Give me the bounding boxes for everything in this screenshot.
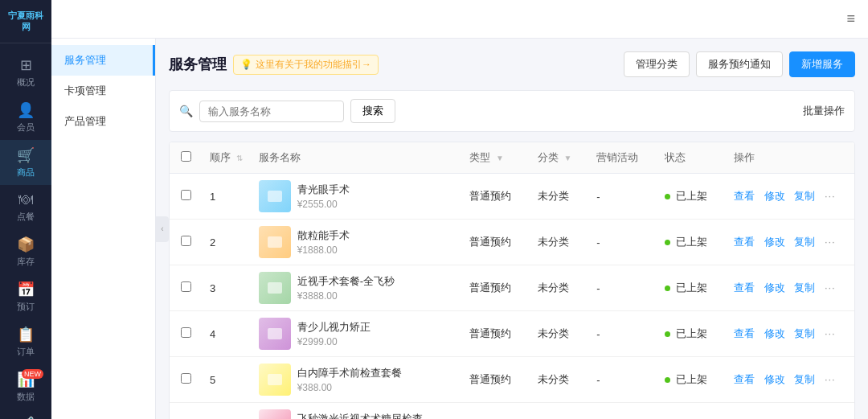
table-header-row: 顺序 ⇅ 服务名称 类型 ▼ 分类 ▼ xyxy=(170,142,854,174)
copy-link[interactable]: 复制 xyxy=(794,373,815,385)
copy-link[interactable]: 复制 xyxy=(794,190,815,202)
view-link[interactable]: 查看 xyxy=(734,236,755,248)
main-layout: 服务管理 卡项管理 产品管理 ‹ 服务管理 💡 这里有关于我的功能描引→ 管理分… xyxy=(51,39,868,419)
sidebar-item-label: 预订 xyxy=(17,301,35,313)
edit-link[interactable]: 修改 xyxy=(764,327,785,339)
row-checkbox[interactable] xyxy=(181,373,191,384)
sidebar-item-members[interactable]: 👤 会员 xyxy=(0,95,51,140)
service-thumbnail xyxy=(259,272,291,304)
collapse-sidebar-button[interactable]: ‹ xyxy=(156,216,169,242)
service-notify-button[interactable]: 服务预约通知 xyxy=(696,51,783,77)
goods-icon: 🛒 xyxy=(17,146,35,164)
sidebar-item-warehouse[interactable]: 📦 库存 xyxy=(0,229,51,274)
row-checkbox-cell xyxy=(170,174,202,220)
sidebar-item-overview[interactable]: ⊞ 概况 xyxy=(0,50,51,95)
edit-link[interactable]: 修改 xyxy=(764,190,785,202)
row-checkbox[interactable] xyxy=(181,281,191,292)
copy-link[interactable]: 复制 xyxy=(794,281,815,294)
row-actions: 查看 修改 复制 ··· xyxy=(726,311,854,357)
svg-rect-0 xyxy=(268,191,282,202)
table-row: 5 白内障手术前检查套餐 ¥388.00 普通预约 未分类 - 已上架 查看 xyxy=(170,357,854,403)
sidebar-item-diner[interactable]: 🍽 点餐 xyxy=(0,185,51,229)
header-actions: 操作 xyxy=(726,142,854,174)
table-row: 1 青光眼手术 ¥2555.00 普通预约 未分类 - 已上架 查看 xyxy=(170,174,854,220)
svg-rect-1 xyxy=(268,236,282,248)
service-info: 近视手术套餐-全飞秒 ¥3888.00 xyxy=(297,274,395,302)
cat-filter-icon[interactable]: ▼ xyxy=(563,154,571,162)
row-actions: 查看 修改 复制 ··· xyxy=(726,403,854,420)
row-checkbox[interactable] xyxy=(181,190,191,200)
row-type: 普通预约 xyxy=(461,311,529,357)
orders-icon: 📋 xyxy=(17,326,35,343)
view-link[interactable]: 查看 xyxy=(734,190,755,202)
row-type: 普通预约 xyxy=(461,265,529,311)
row-order: 5 xyxy=(202,357,251,403)
edit-link[interactable]: 修改 xyxy=(764,236,785,248)
sidebar-item-orders[interactable]: 📋 订单 xyxy=(0,319,51,364)
row-type: 普通预约 xyxy=(461,220,529,265)
sub-sidebar-item-card[interactable]: 卡项管理 xyxy=(51,76,155,106)
topbar: ≡ xyxy=(51,0,868,39)
header-status: 状态 xyxy=(657,142,726,174)
sidebar-item-goods[interactable]: 🛒 商品 xyxy=(0,140,51,185)
search-input[interactable] xyxy=(199,101,344,122)
page-hint[interactable]: 💡 这里有关于我的功能描引→ xyxy=(233,55,379,75)
row-actions: 查看 修改 复制 ··· xyxy=(726,174,854,220)
table-row: 4 青少儿视力矫正 ¥2999.00 普通预约 未分类 - 已上架 查看 xyxy=(170,311,854,357)
batch-op-button[interactable]: 批量操作 xyxy=(803,104,845,118)
more-actions[interactable]: ··· xyxy=(825,190,836,202)
warehouse-icon: 📦 xyxy=(17,236,35,253)
view-link[interactable]: 查看 xyxy=(734,327,755,339)
edit-link[interactable]: 修改 xyxy=(764,373,785,385)
overview-icon: ⊞ xyxy=(20,56,32,74)
diner-icon: 🍽 xyxy=(18,191,33,208)
manage-category-button[interactable]: 管理分类 xyxy=(624,51,690,77)
row-promo: - xyxy=(588,403,656,420)
status-dot xyxy=(665,377,670,383)
select-all-checkbox[interactable] xyxy=(181,151,191,162)
row-checkbox-cell xyxy=(170,403,202,420)
app-logo: 宁夏雨科网 xyxy=(0,0,51,43)
row-status: 已上架 xyxy=(657,403,726,420)
hamburger-icon[interactable]: ≡ xyxy=(846,10,855,27)
row-promo: - xyxy=(588,220,656,265)
row-checkbox[interactable] xyxy=(181,236,191,246)
row-order: 2 xyxy=(202,220,251,265)
view-link[interactable]: 查看 xyxy=(734,281,755,294)
edit-link[interactable]: 修改 xyxy=(764,281,785,294)
copy-link[interactable]: 复制 xyxy=(794,327,815,339)
row-order: 4 xyxy=(202,311,251,357)
sidebar-item-data[interactable]: NEW 📊 数据 xyxy=(0,364,51,409)
more-actions[interactable]: ··· xyxy=(825,236,836,248)
sub-sidebar-item-service[interactable]: 服务管理 xyxy=(51,45,155,76)
add-service-button[interactable]: 新增服务 xyxy=(789,51,855,77)
service-name: 散粒能手术 xyxy=(297,228,350,243)
row-name: 飞秒激光近视术术糖尿检查 ¥4688.00 xyxy=(251,403,462,420)
copy-link[interactable]: 复制 xyxy=(794,236,815,248)
service-name: 青光眼手术 xyxy=(297,183,350,197)
service-price: ¥3888.00 xyxy=(297,290,395,302)
table-row: 6 飞秒激光近视术术糖尿检查 ¥4688.00 普通预约 未分类 - 已上架 xyxy=(170,403,854,420)
sidebar-item-label: 会员 xyxy=(17,121,35,134)
sidebar-item-reservations[interactable]: 📅 预订 xyxy=(0,274,51,319)
row-status: 已上架 xyxy=(657,357,726,403)
sidebar-item-marketing[interactable]: 📢 营销 xyxy=(0,409,51,419)
view-link[interactable]: 查看 xyxy=(734,373,755,385)
service-name: 近视手术套餐-全飞秒 xyxy=(297,274,395,289)
row-checkbox[interactable] xyxy=(181,327,191,338)
service-name: 青少儿视力矫正 xyxy=(297,320,371,335)
more-actions[interactable]: ··· xyxy=(825,327,836,339)
more-actions[interactable]: ··· xyxy=(825,373,836,385)
header-type: 类型 ▼ xyxy=(461,142,529,174)
sub-sidebar-item-product[interactable]: 产品管理 xyxy=(51,106,155,137)
status-label: 已上架 xyxy=(676,190,707,202)
status-label: 已上架 xyxy=(676,373,707,385)
service-price: ¥2999.00 xyxy=(297,336,371,347)
search-button[interactable]: 搜索 xyxy=(350,99,395,123)
row-checkbox-cell xyxy=(170,357,202,403)
status-dot xyxy=(665,194,670,199)
new-badge: NEW xyxy=(22,369,43,379)
sort-icon: ⇅ xyxy=(236,154,243,162)
more-actions[interactable]: ··· xyxy=(825,281,836,294)
type-filter-icon[interactable]: ▼ xyxy=(496,154,504,162)
